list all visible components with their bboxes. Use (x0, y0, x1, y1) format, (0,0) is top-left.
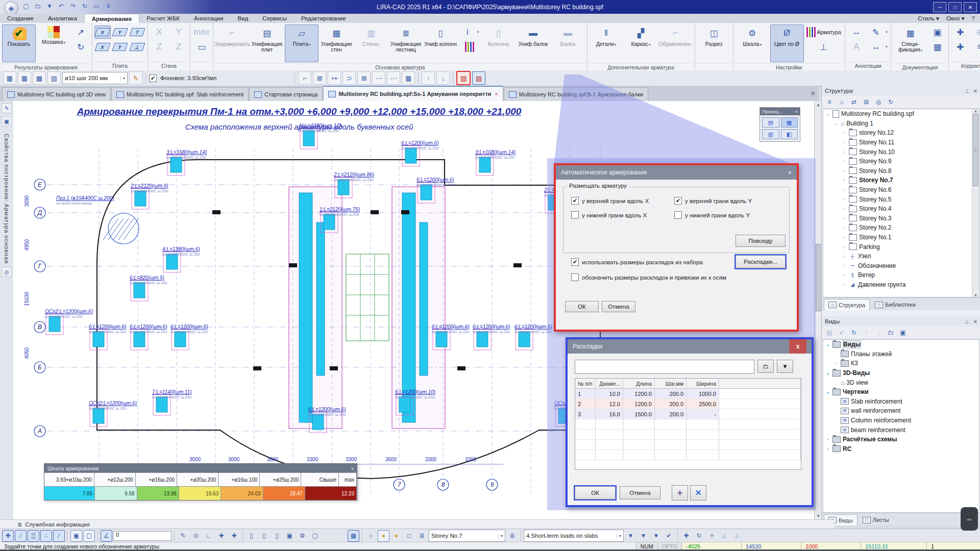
checkbox[interactable] (571, 211, 579, 219)
sync-views-icon[interactable]: ⇄ (849, 97, 859, 107)
close-button[interactable]: ✕ (964, 2, 977, 12)
ribbon-icon-wall-y[interactable]: Y (169, 26, 188, 39)
structure-tree-item[interactable]: ⌄⌂Building 1 (823, 119, 979, 129)
delete-row-button[interactable]: ✕ (690, 485, 706, 500)
ribbon-icon-max-value[interactable]: max (192, 26, 211, 39)
solid-1-icon[interactable]: ▯ (246, 530, 257, 542)
ribbon-button-Унификация лестниц[interactable]: ≣Унификация лестниц (389, 24, 423, 62)
ribbon-icon-bars-color[interactable] (458, 40, 481, 54)
dropdown-icon[interactable]: ▾ (760, 43, 762, 46)
close-panel-icon[interactable]: ✕ (973, 319, 977, 324)
expander-icon[interactable]: › (842, 225, 847, 230)
structure-tree-item[interactable]: ›Storey No.7 (823, 176, 979, 185)
projections-panel-close-icon[interactable]: × (795, 109, 798, 114)
structure-tree-item[interactable]: ›Storey No.10 (823, 147, 979, 157)
snap-angle-2-icon[interactable]: ∠ (731, 530, 743, 542)
add-view-icon[interactable]: ▣ (898, 328, 908, 337)
solid-3-icon[interactable]: ▯ (271, 530, 283, 542)
lock-closed-icon[interactable]: ▣ (70, 530, 82, 542)
qat-redo-icon[interactable]: ↷ (68, 2, 78, 11)
expander-icon[interactable]: › (842, 187, 847, 192)
ribbon-icon-wall-z[interactable]: Z (150, 40, 168, 54)
rotate-view-icon[interactable]: ↻ (693, 530, 705, 542)
funnel-cursor-icon[interactable]: ▼ (638, 530, 649, 542)
dropdown-icon[interactable]: ▾ (921, 48, 923, 52)
dropdown-icon[interactable]: ▾ (615, 43, 617, 46)
table-row[interactable]: 212.01200.0200.02500.0 (575, 399, 801, 409)
ribbon-tab-Расчет ЖБК[interactable]: Расчет ЖБК (139, 14, 187, 23)
expander-icon[interactable]: › (842, 282, 847, 287)
dropdown-icon[interactable]: ▾ (309, 43, 311, 46)
views-tree-item[interactable]: ⌂3D view (823, 378, 979, 387)
move-up-icon[interactable]: ↑ (862, 328, 871, 337)
column-header[interactable]: № п/п (575, 379, 596, 389)
pen-line-icon[interactable]: ✎ (177, 530, 189, 542)
zone-frame-icon[interactable]: ▧ (47, 71, 61, 85)
table-add-icon[interactable]: ▦ (402, 71, 415, 85)
views-tree-item[interactable]: ›Расчётные схемы (823, 435, 979, 444)
add-row-button[interactable]: + (672, 485, 688, 500)
cancel-button[interactable]: Отмена (602, 301, 635, 312)
ribbon-tab-Армирование[interactable]: Армирование (84, 14, 140, 23)
axes-y-icon[interactable]: ✚ (228, 530, 240, 542)
dialog-close-icon[interactable]: × (788, 169, 792, 177)
everywhere-button[interactable]: Повсюду (736, 235, 786, 247)
storey-combo[interactable]: Storey No.7▾ (429, 530, 505, 542)
qat-undo-icon[interactable]: ↶ (57, 2, 66, 11)
scale-panel-close-icon[interactable]: x (351, 465, 354, 471)
ribbon-button-Унификация стен[interactable]: ▦Унификация стен (320, 24, 353, 62)
canvas-vertical-scrollbar[interactable]: ▲ ▼ (814, 101, 822, 519)
checkbox-row[interactable]: ✔у верхней грани вдоль X (571, 197, 649, 205)
ribbon-tab-Создание[interactable]: Создание (0, 14, 41, 23)
frame-dims-2-icon[interactable]: ▦ (18, 71, 31, 85)
selection-set-icon[interactable]: ≡ (825, 97, 834, 107)
checkbox-row[interactable]: ✔использовать размеры раскладок из набор… (571, 258, 703, 266)
chain-y2-icon[interactable]: ⋯ (387, 71, 400, 85)
cancel-button[interactable]: Отмена (620, 486, 660, 499)
dropdown-icon[interactable]: ▾ (64, 41, 66, 44)
dialog-close-button[interactable]: x (789, 339, 806, 354)
scroll-down-icon[interactable]: ▼ (815, 512, 822, 519)
expander-icon[interactable]: › (834, 361, 839, 366)
document-tab[interactable]: Multistorey RC building.spf:3D view (2, 87, 111, 101)
ribbon-icon-refresh-color[interactable]: ↻ (71, 40, 90, 54)
structure-tree-item[interactable]: ⌄Multistorey RC building.spf (823, 109, 979, 119)
structure-tree-item[interactable]: ›Storey No.5 (823, 194, 979, 204)
checkbox[interactable] (571, 273, 579, 281)
proj-front-icon[interactable]: ▤ (762, 117, 779, 128)
lock-open-icon[interactable]: ▢ (83, 530, 95, 542)
background-checkbox[interactable]: ✔ (149, 74, 157, 82)
snap-angle-1-icon[interactable]: ∠ (719, 530, 730, 542)
column-header[interactable]: Шаг,мм (655, 379, 687, 389)
cyl-2-icon[interactable]: ◌ (335, 530, 347, 542)
document-tab[interactable]: Multistorey RC building.spf:Ss-1 Армуван… (323, 86, 503, 101)
ribbon-button-Колонна[interactable]: ▯Колонна (482, 24, 516, 62)
views-tree-item[interactable]: ›КЗ (823, 359, 979, 368)
structure-tree-item[interactable]: ›Storey No.11 (823, 138, 979, 147)
ribbon-tab-Сервисы[interactable]: Сервисы (255, 14, 294, 23)
dropdown-icon[interactable]: ▾ (691, 43, 693, 46)
frame-dims-icon[interactable]: ▦ (3, 71, 16, 85)
magnifier-icon[interactable]: ◎ (2, 267, 12, 277)
views-tree-item[interactable]: Планы этажей (823, 349, 979, 359)
qat-save-icon[interactable]: ▼ (45, 2, 54, 11)
ribbon-icon-arrow-out[interactable]: ↗ (71, 26, 90, 39)
move-down-icon[interactable]: ↓ (874, 328, 883, 337)
expander-icon[interactable]: › (842, 159, 847, 164)
proj-side-icon[interactable]: ▥ (762, 129, 779, 139)
layers-icon[interactable]: ≣ (506, 530, 518, 542)
ribbon-button-Унификация плит[interactable]: ▤Унификация плит (250, 24, 284, 62)
dropdown-icon[interactable]: ▾ (886, 30, 888, 34)
refresh-icon[interactable]: ↻ (886, 97, 895, 107)
box-node-icon[interactable]: □ (403, 530, 415, 542)
expander-icon[interactable]: ⌄ (825, 370, 830, 375)
move-up-icon[interactable]: ↑ (422, 71, 435, 85)
expander-icon[interactable]: › (842, 235, 847, 240)
views-tree-item[interactable]: ⌄Виды (823, 340, 979, 349)
tab-list-icon[interactable]: ≡ (811, 90, 815, 97)
layouts-table[interactable]: № п/пДиаме...ДлинаШаг,ммШирина110.01200.… (575, 378, 801, 470)
circle-center-icon[interactable]: ⊙ (190, 530, 202, 542)
app-menu-button[interactable]: ◈ (4, 1, 18, 15)
ribbon-button-Униф.колонн[interactable]: ▯Униф.колонн (424, 24, 457, 62)
ribbon-icon-wall-x[interactable]: X (150, 26, 168, 39)
